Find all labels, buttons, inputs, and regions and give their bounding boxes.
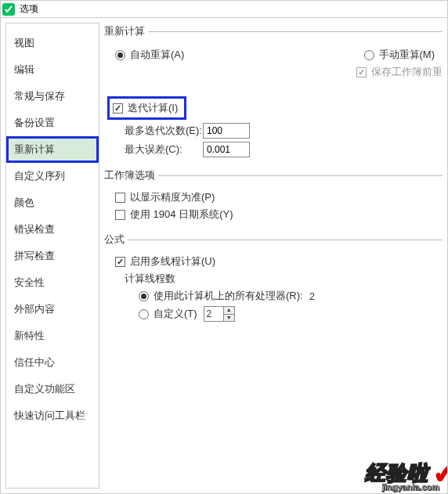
formula-group: 公式 启用多线程计算(U) 计算线程数 使用此计算机上的所有处理器(R): 2 … [107,233,443,326]
radio-label: 自定义(T) [154,307,197,321]
display-precision-checkbox[interactable]: 以显示精度为准(P) [115,190,443,204]
recalc-legend: 重新计算 [104,24,148,38]
sidebar-item-label: 备份设置 [14,117,55,128]
sidebar-item-error-check[interactable]: 错误检查 [6,216,99,243]
dialog-title: 选项 [20,2,38,16]
save-before-recalc-checkbox: 保存工作簿前重 [356,65,443,79]
checkbox-label: 启用多线程计算(U) [130,254,215,269]
content-panel: 重新计算 自动重算(A) 手动重算(M) 保存工作簿前重 [99,18,447,493]
stepper-buttons: ▲ ▼ [223,307,234,321]
custom-threads-radio[interactable]: 自定义(T) [139,307,197,321]
sidebar-item-label: 快速访问工具栏 [14,409,85,421]
sidebar-item-security[interactable]: 安全性 [6,269,99,296]
sidebar-item-quick-access[interactable]: 快速访问工具栏 [6,402,99,429]
workbook-group: 工作簿选项 以显示精度为准(P) 使用 1904 日期系统(Y) [107,168,443,226]
max-iterations-input[interactable] [203,123,250,139]
radio-icon [139,291,149,301]
sidebar-item-label: 自定义序列 [14,170,65,182]
sidebar-item-custom-lists[interactable]: 自定义序列 [6,163,99,189]
sidebar-item-label: 错误检查 [14,223,55,235]
checkbox-icon [115,193,125,203]
checkbox-label: 以显示精度为准(P) [130,190,215,204]
iterate-highlight: 迭代计算(I) [107,96,186,120]
processor-count: 2 [309,290,315,302]
sidebar-item-recalculate[interactable]: 重新计算 [6,136,99,163]
sidebar-item-label: 外部内容 [14,303,55,315]
stepper-value: 2 [204,307,223,321]
sidebar-item-label: 重新计算 [14,143,55,155]
category-sidebar: 视图 编辑 常规与保存 备份设置 重新计算 自定义序列 颜色 错误检查 拼写检查… [5,23,99,489]
thread-count-legend: 计算线程数 [125,272,443,286]
sidebar-item-general-save[interactable]: 常规与保存 [6,83,99,110]
radio-label: 手动重算(M) [379,48,435,62]
max-iterations-label: 最多迭代次数(E): [125,124,203,138]
workbook-legend: 工作簿选项 [104,168,158,182]
app-logo-icon [2,3,15,16]
sidebar-item-view[interactable]: 视图 [6,30,99,56]
sidebar-item-label: 颜色 [14,197,34,208]
sidebar-item-label: 编辑 [14,63,34,75]
radio-label: 使用此计算机上的所有处理器(R): [154,289,303,303]
use-all-processors-radio[interactable]: 使用此计算机上的所有处理器(R): 2 [139,289,443,303]
sidebar-item-external[interactable]: 外部内容 [6,296,99,323]
checkbox-icon [115,257,125,267]
checkbox-icon [356,67,367,78]
checkbox-label: 迭代计算(I) [128,101,178,115]
sidebar-item-label: 自定义功能区 [14,383,75,395]
sidebar-item-label: 信任中心 [14,356,55,368]
sidebar-item-color[interactable]: 颜色 [6,189,99,216]
sidebar-item-label: 新特性 [14,330,45,341]
checkbox-label: 使用 1904 日期系统(Y) [130,207,233,222]
iterate-checkbox[interactable]: 迭代计算(I) [113,101,178,115]
formula-legend: 公式 [104,233,128,247]
sidebar-item-label: 拼写检查 [14,250,55,261]
manual-recalc-radio[interactable]: 手动重算(M) [364,48,435,62]
sidebar-item-backup[interactable]: 备份设置 [6,110,99,136]
stepper-down-icon[interactable]: ▼ [224,315,234,322]
date-1904-checkbox[interactable]: 使用 1904 日期系统(Y) [115,207,443,222]
sidebar-item-trust-center[interactable]: 信任中心 [6,349,99,376]
multithread-checkbox[interactable]: 启用多线程计算(U) [115,254,443,269]
custom-threads-stepper[interactable]: 2 ▲ ▼ [204,306,235,322]
radio-icon [115,50,125,60]
max-change-input[interactable] [203,142,250,157]
sidebar-item-edit[interactable]: 编辑 [6,56,99,83]
max-change-label: 最大误差(C): [125,142,203,157]
titlebar: 选项 [1,1,447,18]
checkbox-label: 保存工作簿前重 [371,65,443,79]
sidebar-item-spellcheck[interactable]: 拼写检查 [6,243,99,269]
radio-icon [139,309,149,319]
radio-icon [364,50,374,60]
sidebar-item-custom-ribbon[interactable]: 自定义功能区 [6,376,99,402]
checkbox-icon [113,103,123,114]
sidebar-item-label: 安全性 [14,276,45,288]
options-dialog: 选项 视图 编辑 常规与保存 备份设置 重新计算 自定义序列 颜色 错误检查 拼… [0,0,448,494]
checkbox-icon [115,210,125,220]
sidebar-item-label: 常规与保存 [14,90,65,102]
recalc-group: 重新计算 自动重算(A) 手动重算(M) 保存工作簿前重 [107,24,443,162]
radio-label: 自动重算(A) [130,48,184,62]
sidebar-item-label: 视图 [14,37,34,49]
sidebar-item-new-features[interactable]: 新特性 [6,323,99,349]
auto-recalc-radio[interactable]: 自动重算(A) [115,48,184,62]
stepper-up-icon[interactable]: ▲ [224,307,234,315]
